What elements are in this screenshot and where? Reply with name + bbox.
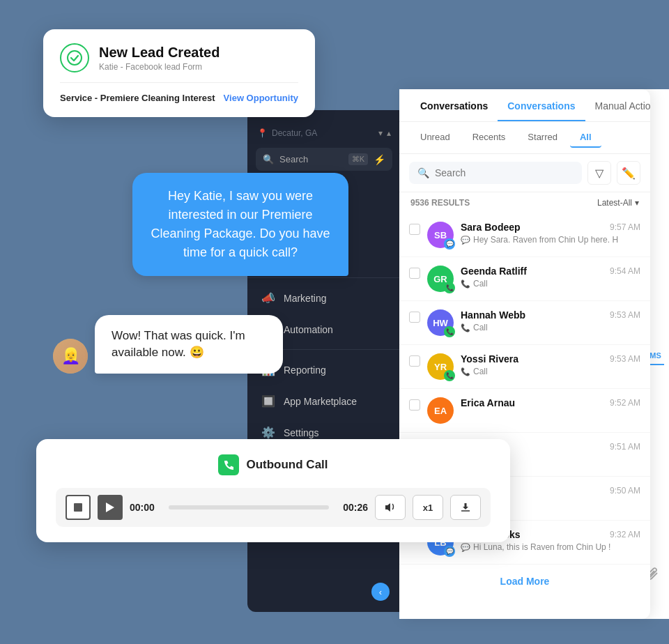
chat-bubble-outbound: Hey Katie, I saw you were interested in …: [132, 173, 348, 276]
location-icon: 📍: [257, 128, 268, 138]
filter-unread[interactable]: Unread: [410, 128, 460, 148]
lead-service: Service - Premiere Cleaning Interest: [60, 93, 215, 103]
conv-filter-tabs: Unread Recents Starred All: [399, 122, 650, 154]
chat-user-avatar: 👱‍♀️: [53, 339, 88, 374]
tab-conversations-active[interactable]: Conversations: [498, 89, 585, 121]
speed-button[interactable]: x1: [413, 495, 443, 520]
filter-all[interactable]: All: [570, 128, 601, 148]
chevron-down-icon: ▾: [378, 128, 383, 138]
conv-content-yossi: Yossi Rivera 9:53 AM 📞 Call: [461, 353, 640, 376]
search-icon: 🔍: [263, 154, 274, 164]
conversations-tabs: Conversations Conversations Manual Actio…: [399, 89, 650, 122]
lightning-icon: ⚡: [374, 154, 385, 165]
conv-badge-hannah: 📞: [444, 326, 455, 337]
conv-avatar-yossi: YR 📞: [427, 353, 454, 380]
sidebar-search-bar[interactable]: 🔍 Search ⌘K ⚡: [256, 148, 392, 171]
conv-item-geenda[interactable]: GR 📞 Geenda Ratliff 9:54 AM 📞 Call: [399, 257, 650, 301]
settings-icon: ⚙️: [261, 426, 275, 439]
conv-badge-geenda: 📞: [444, 282, 455, 293]
lead-title: New Lead Created: [99, 45, 220, 61]
lead-card: New Lead Created Katie - Facebook lead F…: [43, 29, 315, 117]
conv-item-hannah[interactable]: HW 📞 Hannah Webb 9:53 AM 📞 Call: [399, 301, 650, 345]
conv-content-erica: Erica Arnau 9:52 AM: [461, 397, 640, 411]
conv-avatar-hannah: HW 📞: [427, 309, 454, 336]
message-icon: 💬: [461, 236, 470, 245]
scroll-up-icon: ▴: [387, 128, 391, 138]
sort-dropdown[interactable]: Latest-All ▾: [597, 198, 639, 208]
sidebar-item-label: Settings: [284, 427, 319, 438]
time-current: 00:00: [130, 502, 162, 513]
conv-search-box[interactable]: 🔍: [409, 162, 582, 184]
compose-button[interactable]: ✏️: [617, 161, 640, 185]
sidebar-item-label: Marketing: [284, 293, 326, 304]
stop-button[interactable]: [66, 495, 91, 520]
conv-avatar-geenda: GR 📞: [427, 266, 454, 292]
view-opportunity-link[interactable]: View Opportunity: [224, 93, 298, 103]
filter-recents[interactable]: Recents: [463, 128, 516, 148]
conv-results-row: 9536 RESULTS Latest-All ▾: [399, 192, 650, 213]
call-controls: 00:00 00:26 x1: [56, 488, 491, 527]
sidebar-item-marketplace[interactable]: 🔲 App Marketplace: [247, 385, 401, 417]
load-more-button[interactable]: Load More: [399, 565, 650, 598]
sidebar-item-marketing[interactable]: 📣 Marketing: [247, 282, 401, 314]
search-text: Search: [279, 154, 343, 164]
search-kbd: ⌘K: [348, 153, 368, 165]
conv-item-erica[interactable]: EA Erica Arnau 9:52 AM: [399, 389, 650, 433]
search-input[interactable]: [435, 167, 574, 178]
chat-bubble-inbound-wrap: 👱‍♀️ Wow! That was quick. I'm available …: [53, 315, 283, 374]
sidebar-item-label: Automation: [284, 324, 333, 335]
call-icon: 📞: [461, 367, 470, 376]
conv-checkbox[interactable]: [409, 399, 420, 411]
conv-content-geenda: Geenda Ratliff 9:54 AM 📞 Call: [461, 266, 640, 289]
conv-avatar-erica: EA: [427, 397, 454, 424]
marketing-icon: 📣: [261, 291, 275, 305]
svg-rect-1: [74, 503, 82, 512]
tab-conversations-main[interactable]: Conversations: [410, 89, 498, 121]
sidebar-item-label: App Marketplace: [284, 396, 357, 407]
check-icon: [60, 43, 89, 72]
conv-badge-sara: 💬: [444, 238, 455, 250]
call-player: Outbound Call 00:00 00:26 x1: [36, 439, 510, 542]
download-button[interactable]: [450, 495, 481, 520]
chat-bubble-inbound: Wow! That was quick. I'm available now. …: [95, 315, 283, 374]
conv-item-yossi[interactable]: YR 📞 Yossi Rivera 9:53 AM 📞 Call: [399, 345, 650, 389]
call-player-title: Outbound Call: [246, 458, 328, 472]
conv-avatar-sara: SB 💬: [427, 222, 454, 248]
conv-checkbox[interactable]: [409, 355, 420, 367]
marketplace-icon: 🔲: [261, 394, 275, 408]
location-text: Decatur, GA: [272, 128, 317, 138]
conv-search-row: 🔍 ▽ ✏️: [399, 154, 650, 192]
conv-badge-yossi: 📞: [444, 370, 455, 381]
filter-starred[interactable]: Starred: [518, 128, 567, 148]
filter-button[interactable]: ▽: [587, 161, 611, 185]
conv-content-sara: Sara Bodeep 9:57 AM 💬 Hey Sara. Raven fr…: [461, 222, 640, 245]
collapse-sidebar-button[interactable]: ‹: [371, 583, 390, 601]
sidebar-item-label: Reporting: [284, 365, 326, 376]
message-icon: 💬: [461, 543, 470, 552]
lead-subtitle: Katie - Facebook lead Form: [99, 62, 220, 72]
search-icon: 🔍: [417, 167, 429, 178]
results-count: 9536 RESULTS: [410, 198, 470, 208]
play-button[interactable]: [98, 495, 123, 520]
progress-bar[interactable]: [169, 505, 329, 509]
volume-button[interactable]: [375, 495, 406, 520]
chevron-down-icon: ▾: [635, 198, 639, 208]
conv-content-hannah: Hannah Webb 9:53 AM 📞 Call: [461, 309, 640, 332]
time-total: 00:26: [336, 502, 368, 513]
conv-badge-luna: 💬: [444, 546, 455, 557]
call-icon: 📞: [461, 279, 470, 289]
call-player-icon: [218, 454, 239, 475]
conv-checkbox[interactable]: [409, 268, 420, 279]
tab-manual-actions[interactable]: Manual Actions: [585, 89, 651, 121]
svg-point-0: [68, 51, 82, 65]
conv-checkbox[interactable]: [409, 224, 420, 235]
conv-item-sara[interactable]: SB 💬 Sara Bodeep 9:57 AM 💬 Hey Sara. Rav…: [399, 213, 650, 257]
call-icon: 📞: [461, 323, 470, 332]
conv-checkbox[interactable]: [409, 312, 420, 323]
